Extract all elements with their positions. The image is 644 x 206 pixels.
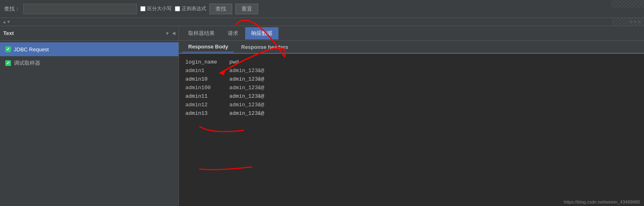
response-col2: admin_123&@	[229, 66, 276, 75]
response-col1: admin13	[185, 109, 229, 118]
collapse-arrow-icon[interactable]: ◀	[172, 31, 175, 36]
tree-item-jdbc-label: JDBC Request	[14, 46, 49, 53]
table-row: admin12admin_123&@	[185, 101, 276, 109]
table-row: admin11admin_123&@	[185, 92, 276, 101]
table-row: login_namepwd	[185, 58, 276, 66]
search-input[interactable]	[23, 4, 137, 14]
main-content: Text ▼ ◀ ✔ JDBC Request ✔ 调试取样器 取样器结果 请求	[0, 26, 644, 206]
footer-url: https://blog.csdn.net/weixin_43469680	[564, 199, 640, 204]
response-col1: admin11	[185, 92, 229, 101]
subtab-response-body[interactable]: Response Body	[182, 41, 234, 53]
shield-icon-jdbc: ✔	[5, 46, 11, 53]
response-col1: admin12	[185, 101, 229, 109]
table-row: admin100admin_123&@	[185, 83, 276, 92]
left-panel: Text ▼ ◀ ✔ JDBC Request ✔ 调试取样器	[0, 26, 179, 206]
table-row: admin1admin_123&@	[185, 66, 276, 75]
table-row: admin10admin_123&@	[185, 75, 276, 83]
resize-up-icon: ▲▼	[2, 20, 11, 24]
toolbar: 查找： 区分大小写 正则表达式 查找 重置	[0, 0, 644, 18]
case-sensitive-checkbox[interactable]	[140, 6, 146, 11]
tree-list: ✔ JDBC Request ✔ 调试取样器	[0, 41, 178, 206]
reset-button[interactable]: 重置	[235, 4, 258, 14]
left-panel-title: Text	[3, 30, 165, 36]
tab-request[interactable]: 请求	[222, 27, 244, 39]
resize-handle[interactable]: ▲▼ ≋≋≋	[0, 18, 644, 26]
tree-item-debug-label: 调试取样器	[14, 59, 40, 67]
dropdown-arrow-icon[interactable]: ▼	[165, 31, 170, 36]
subtab-response-headers[interactable]: Response headers	[235, 41, 294, 53]
tab-sampler-result[interactable]: 取样器结果	[182, 27, 221, 39]
response-col2: admin_123&@	[229, 101, 276, 109]
response-col2: admin_123&@	[229, 75, 276, 83]
shield-icon-debug: ✔	[5, 60, 11, 66]
tree-item-debug[interactable]: ✔ 调试取样器	[0, 56, 178, 70]
case-sensitive-label: 区分大小写	[147, 5, 172, 12]
case-sensitive-group: 区分大小写	[140, 5, 172, 12]
response-col1: admin1	[185, 66, 229, 75]
response-col2: admin_123&@	[229, 83, 276, 92]
response-col1: admin10	[185, 75, 229, 83]
regex-group: 正则表达式	[175, 5, 206, 12]
tabs-row: 取样器结果 请求 响应数据	[179, 26, 644, 41]
right-panel: 取样器结果 请求 响应数据 Response Body Response hea…	[179, 26, 644, 206]
response-content: login_namepwdadmin1admin_123&@admin10adm…	[179, 54, 644, 206]
response-table: login_namepwdadmin1admin_123&@admin10adm…	[185, 58, 276, 118]
table-row: admin13admin_123&@	[185, 109, 276, 118]
search-label: 查找：	[4, 5, 20, 13]
mid-right-pattern	[611, 18, 644, 26]
response-col2: admin_123&@	[229, 92, 276, 101]
find-button[interactable]: 查找	[209, 4, 232, 14]
subtabs-row: Response Body Response headers	[179, 41, 644, 54]
left-panel-header: Text ▼ ◀	[0, 26, 178, 41]
regex-checkbox[interactable]	[175, 6, 180, 11]
response-col2: pwd	[229, 58, 276, 66]
tab-response-data[interactable]: 响应数据	[245, 27, 278, 39]
regex-label: 正则表达式	[182, 5, 206, 12]
top-right-pattern	[611, 0, 644, 8]
response-col1: login_name	[185, 58, 229, 66]
response-col1: admin100	[185, 83, 229, 92]
response-col2: admin_123&@	[229, 109, 276, 118]
tree-item-jdbc[interactable]: ✔ JDBC Request	[0, 42, 178, 56]
